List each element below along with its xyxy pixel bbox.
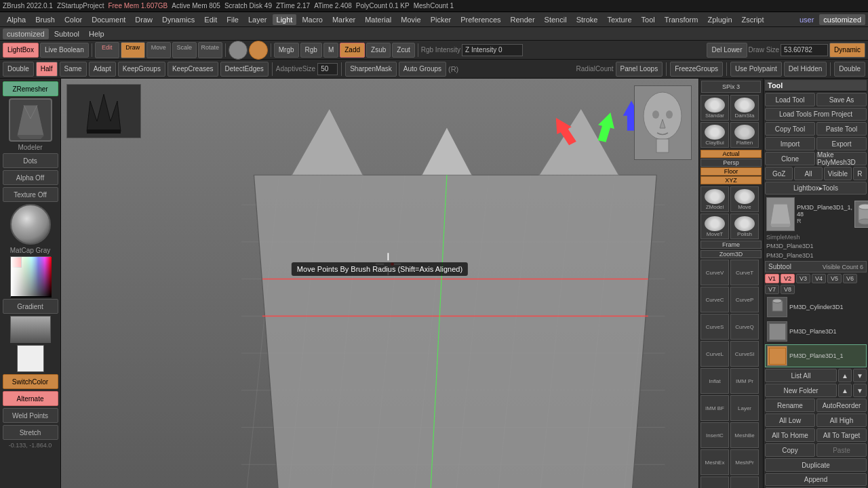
alternate-btn[interactable]: Alternate	[3, 391, 58, 406]
all-high-btn[interactable]: All High	[816, 413, 867, 427]
menu-material[interactable]: Material	[361, 14, 395, 25]
m-btn[interactable]: M	[323, 43, 338, 58]
zcut-btn[interactable]: Zcut	[392, 43, 414, 58]
menu-alpha[interactable]: Alpha	[3, 14, 30, 25]
use-polypaint-btn[interactable]: Use Polypaint	[730, 62, 782, 77]
half-btn[interactable]: Half	[36, 62, 58, 77]
texture-off-btn[interactable]: Texture Off	[3, 187, 58, 202]
brush-insertc[interactable]: InsertC	[701, 422, 729, 448]
menu-brush[interactable]: Brush	[31, 14, 59, 25]
menu-file[interactable]: File	[222, 14, 243, 25]
move-btn[interactable]: Move	[146, 42, 171, 58]
rgb-btn[interactable]: Rgb	[300, 43, 322, 58]
dynamic-btn[interactable]: Dynamic	[829, 43, 865, 58]
brush-move[interactable]: Move	[730, 186, 759, 212]
rotate-btn[interactable]: Rotate	[198, 42, 222, 58]
lightbox-tools-btn[interactable]: Lightbox▸Tools	[765, 182, 867, 195]
menu-tool[interactable]: Tool	[637, 14, 659, 25]
subtool-plane3d1-active[interactable]: PM3D_Plane3D1_1	[765, 344, 867, 367]
v5-btn[interactable]: V5	[827, 274, 842, 283]
r-btn[interactable]: R	[853, 167, 867, 180]
menu-color[interactable]: Color	[60, 14, 86, 25]
brush-meshex[interactable]: MeshEx	[701, 449, 729, 475]
auto-reorder-btn[interactable]: AutoReorder	[816, 399, 867, 412]
menu-transform[interactable]: Transform	[660, 14, 703, 25]
mrgb-btn[interactable]: Mrgb	[274, 43, 299, 58]
v2-btn[interactable]: V2	[781, 274, 795, 283]
gradient-btn[interactable]: Gradient	[3, 299, 58, 314]
menu-picker[interactable]: Picker	[427, 14, 456, 25]
menu-render[interactable]: Render	[507, 14, 539, 25]
append-btn[interactable]: Append	[765, 473, 867, 486]
brush-meshbe[interactable]: MeshBe	[730, 422, 759, 448]
menu-subtool[interactable]: Subtool	[50, 28, 83, 39]
all-btn[interactable]: All	[794, 167, 822, 180]
weld-points-btn[interactable]: Weld Points	[3, 408, 58, 423]
visible-btn[interactable]: Visible	[824, 167, 852, 180]
all-low-btn[interactable]: All Low	[765, 413, 815, 427]
zadd-btn[interactable]: Zadd	[340, 43, 365, 58]
v1-btn[interactable]: V1	[765, 274, 779, 283]
export-btn[interactable]: Export	[816, 137, 867, 150]
menu-stencil[interactable]: Stencil	[540, 14, 571, 25]
brush-damsta[interactable]: DamSta	[730, 95, 759, 121]
import-btn[interactable]: Import	[765, 137, 815, 150]
goz-btn[interactable]: GoZ	[765, 167, 793, 180]
brush-movein[interactable]: MoveIn	[701, 476, 729, 488]
spix-btn[interactable]: SPix 3	[701, 81, 761, 93]
menu-light[interactable]: Light	[273, 14, 297, 25]
alpha-off-btn[interactable]: Alpha Off	[3, 170, 58, 185]
clone-btn[interactable]: Clone	[765, 152, 815, 165]
menu-macro[interactable]: Macro	[298, 14, 327, 25]
menu-zscript[interactable]: Zscript	[738, 14, 768, 25]
brush-curvesl[interactable]: CurveSl	[730, 341, 759, 367]
arrow-up-btn[interactable]: ▲	[838, 369, 852, 382]
brush-curvel[interactable]: CurveL	[701, 341, 729, 367]
subtool-cylinder[interactable]: PM3D_Cylinder3D1	[765, 296, 867, 319]
adapt-btn[interactable]: Adapt	[89, 62, 116, 77]
z-intensity-input[interactable]	[462, 44, 523, 56]
double-btn[interactable]: Double	[3, 62, 34, 77]
del-hidden-btn[interactable]: Del Hidden	[784, 62, 827, 77]
brush-meshpr[interactable]: MeshPr	[730, 449, 759, 475]
menu-stroke[interactable]: Stroke	[572, 14, 602, 25]
xyz-btn[interactable]: XYZ	[701, 176, 762, 184]
duplicate-btn[interactable]: Duplicate	[765, 458, 867, 471]
v6-btn[interactable]: V6	[843, 274, 857, 283]
lightbox-btn[interactable]: LightBox	[3, 43, 39, 58]
menu-customized[interactable]: user	[795, 14, 818, 25]
switch-color-btn[interactable]: SwitchColor	[3, 374, 58, 389]
v8-btn[interactable]: V8	[781, 285, 795, 294]
subtool-plane3d1[interactable]: PM3D_Plane3D1	[765, 320, 867, 343]
brush-claybui[interactable]: ClayBui	[701, 122, 729, 148]
viewport[interactable]: Move Points By Brush Radius (Shift=Axis …	[61, 79, 698, 488]
draw-size-input[interactable]	[781, 44, 828, 56]
menu-edit[interactable]: Edit	[200, 14, 221, 25]
all-to-home-btn[interactable]: All To Home	[765, 428, 815, 442]
floor-btn[interactable]: Floor	[701, 167, 762, 176]
brush-immbf[interactable]: IMM BF	[701, 395, 729, 421]
detect-edges-btn[interactable]: DetectEdges	[220, 62, 269, 77]
v3-btn[interactable]: V3	[796, 274, 810, 283]
stretch-btn[interactable]: Stretch	[3, 425, 58, 440]
brush-curveq[interactable]: CurveQ	[730, 314, 759, 340]
zoom3d-btn[interactable]: Zoom3D	[701, 250, 762, 258]
freeze-groups-btn[interactable]: FreezeGroups	[670, 62, 723, 77]
arrow-up2-btn[interactable]: ▲	[838, 384, 852, 397]
menu-customized2[interactable]: customized	[819, 14, 865, 25]
menu-dynamics[interactable]: Dynamics	[158, 14, 199, 25]
menu-help[interactable]: Help	[85, 28, 108, 39]
list-all-btn[interactable]: List All	[765, 369, 837, 382]
menu-layer[interactable]: Layer	[244, 14, 271, 25]
rename-btn[interactable]: Rename	[765, 399, 815, 412]
copy-tool-btn[interactable]: Copy Tool	[765, 122, 815, 136]
brush-polish[interactable]: Polish	[730, 214, 759, 239]
brush-standard[interactable]: Standar	[701, 95, 729, 121]
actual-btn[interactable]: Actual	[701, 150, 762, 158]
sharpen-mask-btn[interactable]: SharpenMask	[345, 62, 397, 77]
edit-btn[interactable]: Edit	[95, 42, 119, 58]
brush-curvec[interactable]: CurveC	[701, 287, 729, 312]
paste-btn[interactable]: Paste	[816, 443, 867, 457]
brush-flatten[interactable]: Flatten	[730, 122, 759, 148]
clay-sphere-icon[interactable]	[249, 41, 268, 60]
